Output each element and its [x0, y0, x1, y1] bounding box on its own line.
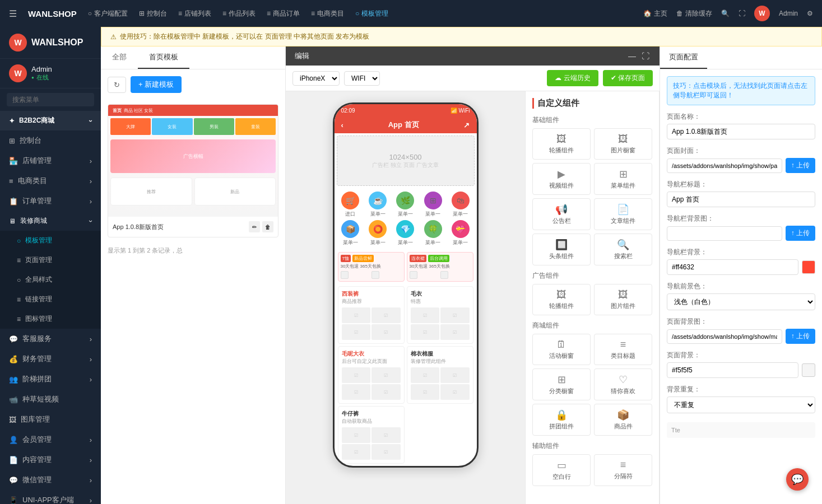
avatar: W: [9, 64, 27, 82]
nav-home-btn[interactable]: 🏠 主页: [643, 9, 667, 18]
sidebar-search-wrapper: [0, 88, 101, 111]
component-group-buy[interactable]: 🔒 拼团组件: [532, 404, 591, 436]
nav-bg-color-swatch[interactable]: [802, 260, 815, 274]
component-article[interactable]: 📄 文章组件: [594, 198, 652, 230]
sidebar-item-shop-manage[interactable]: 🏪 店铺管理: [0, 151, 101, 171]
config-label-nav-title: 导航栏标题：: [667, 180, 815, 189]
new-template-button[interactable]: + 新建模板: [131, 76, 182, 93]
sidebar-item-global-style[interactable]: ○ 全局样式: [0, 270, 101, 290]
sidebar-user: W Admin 在线: [0, 59, 101, 88]
config-input-page-cover[interactable]: [667, 158, 782, 173]
component-carousel[interactable]: 🖼 轮播组件: [532, 128, 591, 160]
nav-item-orders[interactable]: ≡ 商品订单: [267, 9, 300, 18]
config-select-bg-repeat[interactable]: 不重复 重复 水平重复 垂直重复: [667, 396, 815, 413]
search-input[interactable]: [7, 93, 94, 106]
nav-back-icon: ‹: [341, 121, 343, 129]
sidebar-item-icon-manage[interactable]: ≡ 图标管理: [0, 309, 101, 329]
sidebar-item-ecommerce-cat[interactable]: ≡ 电商类目: [0, 171, 101, 191]
nav-clear-cache-btn[interactable]: 🗑 清除缓存: [676, 9, 712, 18]
sidebar-item-short-video[interactable]: 📹 种草短视频: [0, 389, 101, 409]
page-bg-color-swatch[interactable]: [802, 363, 815, 377]
sidebar-item-page-manage[interactable]: ≡ 页面管理: [0, 250, 101, 270]
sidebar-item-uniapp[interactable]: 📱 UNI-APP客户端: [0, 490, 101, 504]
component-image-window[interactable]: 🖼 图片橱窗: [594, 128, 652, 160]
sidebar-item-content[interactable]: 📄 内容管理: [0, 450, 101, 470]
sidebar-item-customer-service[interactable]: 💬 客服服务: [0, 329, 101, 349]
component-category-title[interactable]: ≡ 类目标题: [594, 334, 652, 365]
sidebar-item-link-manage[interactable]: ≡ 链接管理: [0, 290, 101, 309]
config-body: 技巧：点击模块后，无法找到此页面请点击左侧导航栏即可返回！ 页面名称： 页面封面…: [660, 69, 822, 445]
card-edit-btn[interactable]: ✏: [249, 221, 260, 232]
component-headline[interactable]: 🔲 头条组件: [532, 234, 591, 265]
component-ad-image[interactable]: 🖼 图片组件: [594, 284, 652, 315]
nav-search-btn[interactable]: 🔍: [721, 10, 730, 17]
sidebar-item-template-manage[interactable]: ○ 模板管理: [0, 231, 101, 250]
nav-item-ecommerce[interactable]: ≡ 电商类目: [311, 9, 344, 18]
component-blank-row[interactable]: ▭ 空白行: [532, 454, 591, 486]
component-divider[interactable]: ≡ 分隔符: [594, 454, 652, 486]
sidebar-item-console[interactable]: ⊞ 控制台: [0, 130, 101, 151]
upload-nav-bg-button[interactable]: ↑ 上传: [786, 226, 815, 241]
upload-page-cover-button[interactable]: ↑ 上传: [786, 158, 815, 173]
component-menu[interactable]: ⊞ 菜单组件: [594, 163, 652, 195]
nav-fullscreen-btn[interactable]: ⛶: [739, 10, 745, 17]
config-input-page-bg-color[interactable]: [667, 362, 798, 378]
config-input-nav-bg-color[interactable]: [667, 259, 798, 275]
upload-page-bg-button[interactable]: ↑ 上传: [786, 329, 815, 344]
component-ad-carousel[interactable]: 🖼 轮播组件: [532, 284, 591, 315]
tab-homepage[interactable]: 首页模板: [138, 46, 189, 69]
tab-all[interactable]: 全部: [101, 46, 138, 69]
section-title-mall: 商城组件: [532, 321, 652, 330]
editor-window-header: 编辑 — ⛶: [286, 46, 660, 66]
component-notice[interactable]: 📢 公告栏: [532, 198, 591, 230]
device-select[interactable]: iPhoneX: [292, 71, 340, 86]
card-delete-btn[interactable]: 🗑: [262, 221, 273, 232]
hamburger-icon[interactable]: ☰: [9, 8, 17, 19]
tab-page-config[interactable]: 页面配置: [660, 46, 707, 69]
config-input-nav-bg-img[interactable]: [667, 226, 782, 241]
nav-item-works-list[interactable]: ≡ 作品列表: [222, 9, 256, 18]
component-video[interactable]: ▶ 视频组件: [532, 163, 591, 195]
warning-icon: ⚠: [110, 33, 117, 41]
list-item: 💎 菜单一: [393, 220, 418, 246]
category-icon: ≡: [9, 177, 13, 185]
template-card[interactable]: 首页 商品 社区 女装 大牌 女装 男装 童装 广告横幅: [108, 104, 278, 237]
component-recommend[interactable]: ♡ 猜你喜欢: [594, 368, 652, 400]
component-search[interactable]: 🔍 搜索栏: [594, 234, 652, 265]
sidebar-item-member[interactable]: 👤 会员管理: [0, 430, 101, 450]
float-chat-button[interactable]: 💬: [786, 468, 809, 491]
list-item: 🛒 进口: [338, 192, 363, 218]
component-category-window[interactable]: ⊞ 分类橱窗: [532, 368, 591, 400]
component-activity[interactable]: 🗓 活动橱窗: [532, 334, 591, 365]
cloud-history-button[interactable]: ☁ 云端历史: [547, 70, 598, 86]
nav-settings-btn[interactable]: ⚙: [807, 10, 813, 17]
nav-item-shop-list[interactable]: ≡ 店铺列表: [178, 9, 211, 18]
sidebar-item-wechat[interactable]: 💬 微信管理: [0, 470, 101, 490]
save-page-button[interactable]: ✔ 保存页面: [603, 70, 653, 86]
info-bar: ⚠ 使用技巧：除在模板管理中 新建模板，还可以在 页面管理 中将其他页面 发布为…: [101, 27, 822, 46]
order-icon: 📋: [9, 197, 18, 206]
sidebar-item-finance[interactable]: 💰 财务管理: [0, 349, 101, 369]
config-select-nav-fg[interactable]: 浅色（白色） 深色（黑色）: [667, 293, 815, 310]
nav-item-template[interactable]: ○ 模板管理: [355, 9, 388, 18]
component-goods[interactable]: 📦 商品件: [594, 404, 652, 436]
network-select[interactable]: WIFI: [344, 71, 380, 86]
sidebar-item-group[interactable]: 👥 阶梯拼团: [0, 369, 101, 389]
sidebar-item-order-manage[interactable]: 📋 订单管理: [0, 191, 101, 211]
nav-item-console[interactable]: ⊞ 控制台: [139, 9, 167, 18]
sidebar-item-decorate[interactable]: 🖥 装修商城: [0, 211, 101, 231]
sidebar-item-gallery[interactable]: 🖼 图库管理: [0, 409, 101, 430]
nav-item-client-config[interactable]: ○ 客户端配置: [88, 9, 128, 18]
config-input-nav-title[interactable]: [667, 192, 815, 207]
store-icon: 🏪: [9, 157, 18, 165]
config-label-nav-bg-color: 导航栏背景：: [667, 248, 815, 257]
list-item: 毛衣 特惠 ☑ ☑ ☑ ☑: [407, 286, 473, 344]
config-input-page-name[interactable]: [667, 124, 815, 139]
minimize-icon[interactable]: —: [628, 52, 637, 60]
list-item: ⭕ 菜单一: [365, 220, 391, 246]
refresh-button[interactable]: ↻: [108, 77, 126, 93]
maximize-icon[interactable]: ⛶: [642, 52, 651, 60]
page-icon: ≡: [17, 256, 21, 264]
config-input-page-bg-img[interactable]: [667, 329, 782, 344]
sidebar-item-b2b2c[interactable]: ✦ B2B2C商城: [0, 111, 101, 130]
